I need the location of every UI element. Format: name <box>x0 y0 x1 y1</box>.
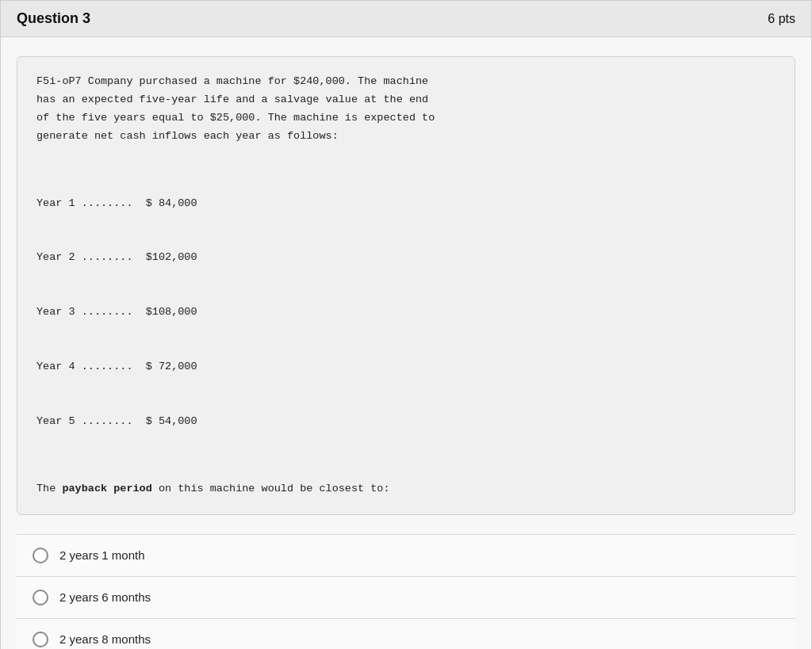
cash-flow-table: Year 1 ........ $ 84,000 Year 2 ........… <box>36 158 776 468</box>
options-container: 2 years 1 month 2 years 6 months 2 years… <box>17 534 795 649</box>
option-row-2[interactable]: 2 years 6 months <box>17 576 795 618</box>
question-body: F5i-oP7 Company purchased a machine for … <box>0 37 812 649</box>
question-text-box: F5i-oP7 Company purchased a machine for … <box>17 56 795 515</box>
cash-flow-year2: Year 2 ........ $102,000 <box>36 249 776 267</box>
question-points: 6 pts <box>768 12 795 26</box>
question-paragraph: F5i-oP7 Company purchased a machine for … <box>36 73 776 146</box>
cash-flow-year5: Year 5 ........ $ 54,000 <box>36 413 776 431</box>
option-row-1[interactable]: 2 years 1 month <box>17 534 795 576</box>
radio-button-1[interactable] <box>33 548 48 563</box>
question-line-prefix: The <box>36 483 62 494</box>
page-wrapper: Question 3 6 pts F5i-oP7 Company purchas… <box>0 0 812 649</box>
cash-flow-year4: Year 4 ........ $ 72,000 <box>36 358 776 376</box>
question-closing-line: The payback period on this machine would… <box>36 480 776 498</box>
radio-button-3[interactable] <box>33 632 48 647</box>
option-label-1: 2 years 1 month <box>59 548 145 562</box>
cash-flow-year3: Year 3 ........ $108,000 <box>36 304 776 322</box>
option-label-3: 2 years 8 months <box>59 632 151 646</box>
question-header: Question 3 6 pts <box>0 0 812 37</box>
option-label-2: 2 years 6 months <box>59 590 151 604</box>
cash-flow-year1: Year 1 ........ $ 84,000 <box>36 195 776 213</box>
question-title: Question 3 <box>17 10 90 27</box>
option-row-3[interactable]: 2 years 8 months <box>17 618 795 649</box>
payback-period-term: payback period <box>62 483 151 494</box>
radio-button-2[interactable] <box>33 590 48 605</box>
question-line-suffix: on this machine would be closest to: <box>152 483 390 494</box>
